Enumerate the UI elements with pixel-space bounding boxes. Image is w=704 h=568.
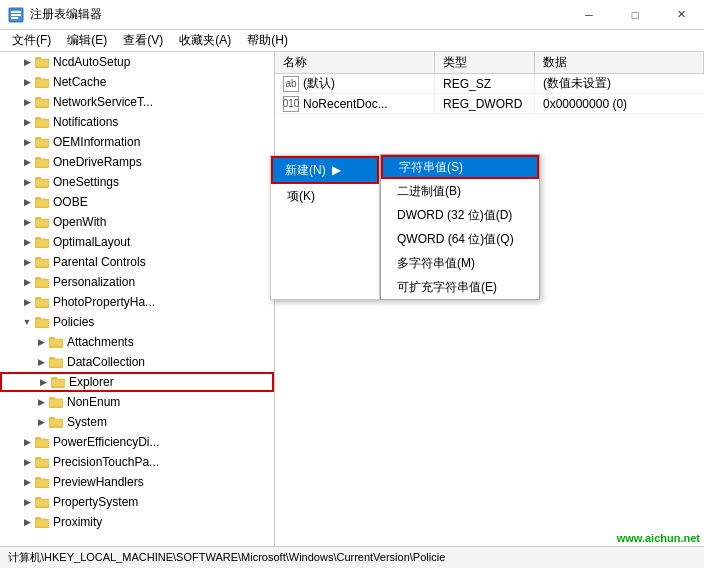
svg-rect-42 <box>35 299 49 307</box>
expand-button[interactable]: ▶ <box>20 475 34 489</box>
table-body: ab (默认) REG_SZ (数值未设置) 010 NoRecentDoc..… <box>275 74 704 114</box>
expand-button[interactable]: ▶ <box>20 135 34 149</box>
expand-button[interactable]: ▶ <box>20 195 34 209</box>
tree-item[interactable]: ▶ OpenWith <box>0 212 274 232</box>
tree-item-label: NetCache <box>53 75 106 89</box>
tree-item[interactable]: ▶ Attachments <box>0 332 274 352</box>
expand-button[interactable]: ▶ <box>20 515 34 529</box>
minimize-button[interactable]: ─ <box>566 0 612 30</box>
context-menu: 新建(N) ▶ 项(K) <box>270 155 380 300</box>
folder-icon <box>48 414 64 430</box>
expand-button[interactable]: ▶ <box>20 295 34 309</box>
expand-button[interactable]: ▶ <box>20 175 34 189</box>
expand-button[interactable]: ▶ <box>20 155 34 169</box>
menu-item-文[interactable]: 文件(F) <box>4 30 59 51</box>
reg-icon: ab <box>283 76 299 92</box>
expand-button[interactable]: ▶ <box>34 415 48 429</box>
menu-item-收[interactable]: 收藏夹(A) <box>171 30 239 51</box>
expand-button[interactable]: ▶ <box>20 275 34 289</box>
tree-item[interactable]: ▶ NetCache <box>0 72 274 92</box>
folder-icon <box>34 74 50 90</box>
expand-button[interactable]: ▶ <box>36 375 50 389</box>
submenu-item[interactable]: 字符串值(S) <box>381 155 539 179</box>
expand-button[interactable]: ▶ <box>34 335 48 349</box>
tree-item[interactable]: ▶ PrecisionTouchPa... <box>0 452 274 472</box>
tree-item[interactable]: ▶ Notifications <box>0 112 274 132</box>
tree-item[interactable]: ▶ PowerEfficiencyDi... <box>0 432 274 452</box>
tree-item[interactable]: ▶ OneSettings <box>0 172 274 192</box>
submenu-item[interactable]: 二进制值(B) <box>381 179 539 203</box>
tree-item[interactable]: ▼ Policies <box>0 312 274 332</box>
expand-button[interactable]: ▶ <box>20 215 34 229</box>
expand-button[interactable]: ▶ <box>20 455 34 469</box>
expand-button[interactable]: ▶ <box>20 55 34 69</box>
new-menu-item[interactable]: 新建(N) ▶ <box>271 156 379 184</box>
close-button[interactable]: ✕ <box>658 0 704 30</box>
col-data-header: 数据 <box>535 52 704 73</box>
tree-item[interactable]: ▶ OptimalLayout <box>0 232 274 252</box>
td-data: 0x00000000 (0) <box>535 94 704 113</box>
tree-item[interactable]: ▶ OOBE <box>0 192 274 212</box>
expand-button[interactable]: ▶ <box>34 395 48 409</box>
tree-item[interactable]: ▶ Explorer <box>0 372 274 392</box>
tree-item[interactable]: ▶ OneDriveRamps <box>0 152 274 172</box>
tree-item-label: System <box>67 415 107 429</box>
folder-icon <box>34 434 50 450</box>
expand-button[interactable]: ▶ <box>20 95 34 109</box>
svg-rect-57 <box>49 399 63 407</box>
folder-icon <box>48 394 64 410</box>
tree-item[interactable]: ▶ OEMInformation <box>0 132 274 152</box>
folder-icon <box>34 294 50 310</box>
submenu-item[interactable]: 可扩充字符串值(E) <box>381 275 539 299</box>
table-row[interactable]: ab (默认) REG_SZ (数值未设置) <box>275 74 704 94</box>
folder-icon <box>34 494 50 510</box>
folder-icon <box>34 214 50 230</box>
tree-item[interactable]: ▶ PropertySystem <box>0 492 274 512</box>
tree-item[interactable]: ▶ Personalization <box>0 272 274 292</box>
items-menu-item[interactable]: 项(K) <box>271 184 379 208</box>
svg-rect-75 <box>35 519 49 527</box>
tree-item[interactable]: ▶ System <box>0 412 274 432</box>
menu-item-编[interactable]: 编辑(E) <box>59 30 115 51</box>
expand-button[interactable]: ▼ <box>20 315 34 329</box>
window-title: 注册表编辑器 <box>30 6 102 23</box>
svg-rect-24 <box>35 179 49 187</box>
submenu-item[interactable]: DWORD (32 位)值(D) <box>381 203 539 227</box>
tree-item[interactable]: ▶ NonEnum <box>0 392 274 412</box>
table-row[interactable]: 010 NoRecentDoc... REG_DWORD 0x00000000 … <box>275 94 704 114</box>
expand-button[interactable]: ▶ <box>20 235 34 249</box>
tree-item-label: Notifications <box>53 115 118 129</box>
expand-button[interactable]: ▶ <box>20 495 34 509</box>
submenu-item[interactable]: QWORD (64 位)值(Q) <box>381 227 539 251</box>
expand-button[interactable]: ▶ <box>20 435 34 449</box>
expand-button[interactable]: ▶ <box>34 355 48 369</box>
tree-item[interactable]: ▶ NetworkServiceT... <box>0 92 274 112</box>
svg-rect-66 <box>35 459 49 467</box>
submenu-item[interactable]: 多字符串值(M) <box>381 251 539 275</box>
expand-button[interactable]: ▶ <box>20 255 34 269</box>
tree-item-label: PowerEfficiencyDi... <box>53 435 159 449</box>
menu-item-查[interactable]: 查看(V) <box>115 30 171 51</box>
tree-item[interactable]: ▶ NcdAutoSetup <box>0 52 274 72</box>
tree-item[interactable]: ▶ PhotoPropertyHa... <box>0 292 274 312</box>
tree-item[interactable]: ▶ PreviewHandlers <box>0 472 274 492</box>
expand-button[interactable]: ▶ <box>20 115 34 129</box>
maximize-button[interactable]: □ <box>612 0 658 30</box>
tree-item[interactable]: ▶ Parental Controls <box>0 252 274 272</box>
tree-item-label: OneSettings <box>53 175 119 189</box>
tree-item[interactable]: ▶ Proximity <box>0 512 274 532</box>
tree-item-label: OOBE <box>53 195 88 209</box>
menu-item-帮[interactable]: 帮助(H) <box>239 30 296 51</box>
svg-rect-27 <box>35 199 49 207</box>
tree-item[interactable]: ▶ DataCollection <box>0 352 274 372</box>
tree-item-label: Proximity <box>53 515 102 529</box>
svg-rect-21 <box>35 159 49 167</box>
expand-button[interactable]: ▶ <box>20 75 34 89</box>
svg-rect-36 <box>35 259 49 267</box>
svg-rect-63 <box>35 439 49 447</box>
svg-rect-15 <box>35 119 49 127</box>
folder-icon <box>34 474 50 490</box>
new-label: 新建(N) <box>285 162 326 179</box>
registry-tree[interactable]: ▶ NcdAutoSetup▶ NetCache▶ NetworkService… <box>0 52 275 546</box>
titlebar-left: 注册表编辑器 <box>8 6 102 23</box>
